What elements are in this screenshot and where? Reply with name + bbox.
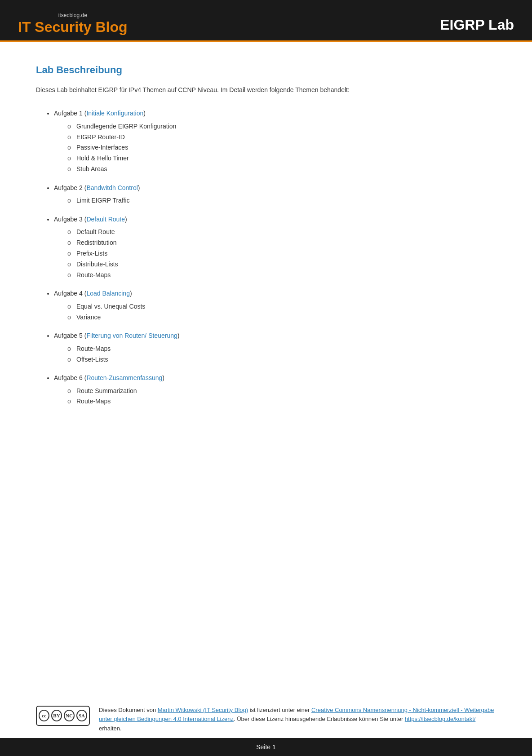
- sub-item-4-1: Equal vs. Unequal Costs: [67, 301, 496, 312]
- page-header: itsecblog.de IT Security Blog EIGRP Lab: [0, 0, 532, 40]
- sub-item-1-4: Hold & Hello Timer: [67, 153, 496, 164]
- task-label-end-1: ): [143, 110, 146, 117]
- task-item-6: Aufgabe 6 (Routen-Zusammenfassung)Route …: [54, 373, 496, 407]
- task-label-end-5: ): [177, 332, 180, 339]
- sub-list-6: Route SummarizationRoute-Maps: [54, 386, 496, 407]
- task-label-end-4: ): [130, 290, 132, 297]
- task-list: Aufgabe 1 (Initiale Konfiguration)Grundl…: [36, 108, 496, 407]
- sub-item-4-2: Variance: [67, 312, 496, 323]
- sub-list-4: Equal vs. Unequal CostsVariance: [54, 301, 496, 323]
- task-link-2[interactable]: Bandwitdh Control: [86, 184, 137, 191]
- task-item-4: Aufgabe 4 (Load Balancing)Equal vs. Uneq…: [54, 288, 496, 323]
- footer-content: cc BY NC SA Dieses Dokument von Martin W…: [0, 697, 532, 738]
- sa-icon: SA: [76, 710, 87, 721]
- main-content: Lab Beschreibung Dieses Lab beinhaltet E…: [0, 42, 532, 697]
- sub-list-5: Route-MapsOffset-Lists: [54, 344, 496, 365]
- task-link-5[interactable]: Filterung von Routen/ Steuerung: [86, 332, 177, 339]
- task-label-3: Aufgabe 3 (: [54, 216, 86, 223]
- by-icon: BY: [51, 710, 62, 721]
- cc-icon: cc: [39, 710, 49, 721]
- sub-item-6-2: Route-Maps: [67, 396, 496, 407]
- sub-item-3-5: Route-Maps: [67, 270, 496, 281]
- site-title: IT Security Blog: [18, 19, 128, 35]
- task-item-3: Aufgabe 3 (Default Route)Default RouteRe…: [54, 214, 496, 280]
- nc-icon: NC: [64, 710, 75, 721]
- header-left: itsecblog.de IT Security Blog: [18, 12, 128, 35]
- task-item-1: Aufgabe 1 (Initiale Konfiguration)Grundl…: [54, 108, 496, 174]
- sub-item-1-5: Stub Areas: [67, 164, 496, 175]
- task-label-end-3: ): [125, 216, 127, 223]
- task-link-4[interactable]: Load Balancing: [86, 290, 130, 297]
- author-link[interactable]: Martin Witkowski (IT Security Blog): [158, 707, 248, 713]
- sub-item-1-2: EIGRP Router-ID: [67, 132, 496, 143]
- task-label-1: Aufgabe 1 (: [54, 110, 86, 117]
- sub-item-6-1: Route Summarization: [67, 386, 496, 397]
- task-item-2: Aufgabe 2 (Bandwitdh Control)Limit EIGRP…: [54, 183, 496, 206]
- task-label-end-6: ): [162, 374, 164, 381]
- task-label-end-2: ): [138, 184, 140, 191]
- doc-title: EIGRP Lab: [440, 17, 514, 35]
- sub-item-3-2: Redistribtution: [67, 238, 496, 248]
- intro-paragraph: Dieses Lab beinhaltet EIGRP für IPv4 The…: [36, 85, 496, 95]
- task-link-6[interactable]: Routen-Zusammenfassung: [86, 374, 162, 381]
- sub-item-1-3: Passive-Interfaces: [67, 142, 496, 153]
- site-domain: itsecblog.de: [18, 12, 128, 18]
- page-footer: Seite 1: [0, 738, 532, 756]
- page-number: Seite 1: [256, 743, 276, 751]
- sub-item-3-3: Prefix-Lists: [67, 248, 496, 259]
- sub-item-5-1: Route-Maps: [67, 344, 496, 354]
- task-link-3[interactable]: Default Route: [86, 216, 125, 223]
- cc-license-logo: cc BY NC SA: [36, 706, 90, 726]
- task-label-6: Aufgabe 6 (: [54, 374, 86, 381]
- sub-item-5-2: Offset-Lists: [67, 354, 496, 365]
- sub-item-3-4: Distribute-Lists: [67, 259, 496, 270]
- sub-item-2-1: Limit EIGRP Traffic: [67, 195, 496, 206]
- sub-list-2: Limit EIGRP Traffic: [54, 195, 496, 206]
- contact-link[interactable]: https://itsecblog.de/kontakt/: [405, 716, 476, 722]
- sub-item-1-1: Grundlegende EIGRP Konfiguration: [67, 121, 496, 132]
- sub-list-3: Default RouteRedistribtutionPrefix-Lists…: [54, 227, 496, 280]
- license-paragraph: Dieses Dokument von Martin Witkowski (IT…: [99, 706, 496, 734]
- task-item-5: Aufgabe 5 (Filterung von Routen/ Steueru…: [54, 331, 496, 365]
- sub-item-3-1: Default Route: [67, 227, 496, 238]
- task-link-1[interactable]: Initiale Konfiguration: [86, 110, 143, 117]
- section-heading: Lab Beschreibung: [36, 64, 496, 76]
- task-label-5: Aufgabe 5 (: [54, 332, 86, 339]
- task-label-4: Aufgabe 4 (: [54, 290, 86, 297]
- task-label-2: Aufgabe 2 (: [54, 184, 86, 191]
- sub-list-1: Grundlegende EIGRP KonfigurationEIGRP Ro…: [54, 121, 496, 175]
